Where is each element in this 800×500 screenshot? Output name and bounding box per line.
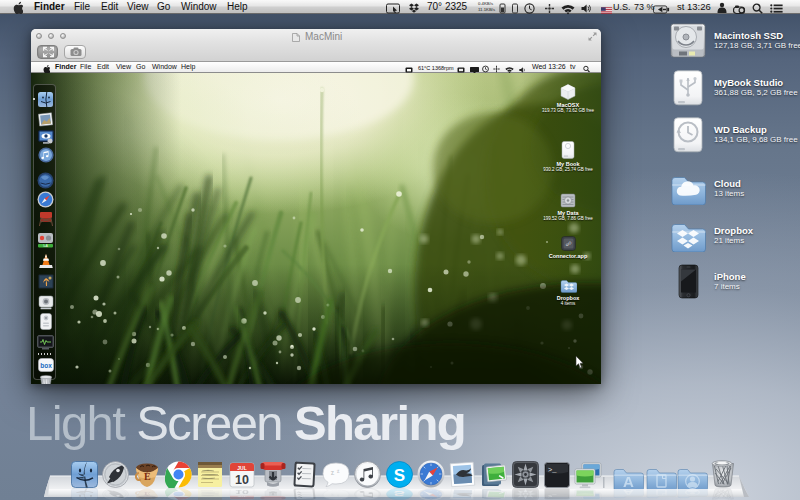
svg-text:S: S — [393, 466, 404, 485]
svg-text:JUL: JUL — [237, 465, 246, 471]
svg-text:box: box — [40, 362, 52, 369]
svg-text:A: A — [623, 489, 635, 496]
svg-text:10: 10 — [235, 473, 249, 487]
svg-text:>_: >_ — [548, 494, 557, 498]
svg-text:☍: ☍ — [565, 241, 571, 247]
svg-text:A: A — [623, 473, 634, 489]
svg-text:I+A: I+A — [43, 244, 48, 248]
svg-text:É: É — [144, 471, 151, 482]
svg-text:10: 10 — [235, 489, 249, 495]
svg-text:É: É — [144, 490, 151, 496]
svg-text:JUL: JUL — [237, 496, 247, 499]
svg-text:S: S — [393, 490, 405, 499]
svg-text:>_: >_ — [548, 466, 557, 474]
